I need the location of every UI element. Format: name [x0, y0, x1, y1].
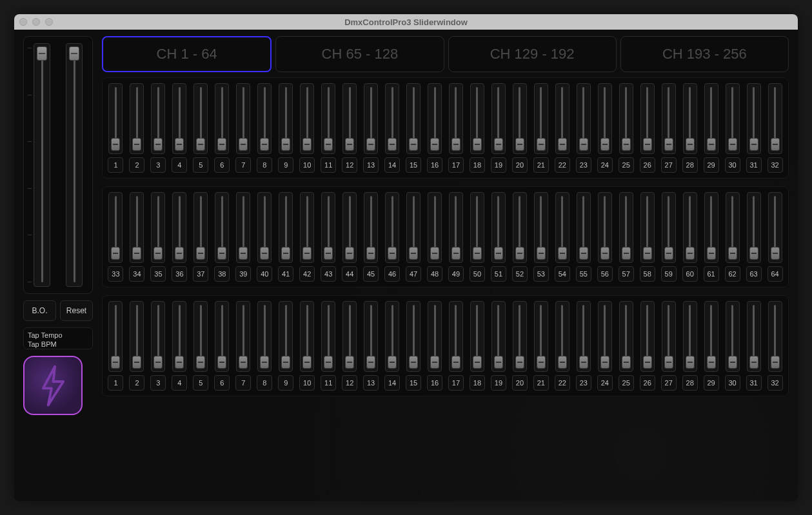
slider-handle[interactable]	[664, 356, 673, 369]
master-slider-b[interactable]	[61, 43, 87, 287]
slider-handle[interactable]	[132, 138, 141, 151]
slider-handle[interactable]	[771, 138, 780, 151]
channel-label[interactable]: 56	[597, 266, 613, 282]
channel-slider[interactable]	[513, 192, 527, 263]
channel-slider[interactable]	[300, 301, 314, 372]
channel-label[interactable]: 62	[725, 266, 740, 282]
channel-label[interactable]: 27	[661, 157, 677, 173]
channel-label[interactable]: 64	[767, 266, 783, 282]
channel-label[interactable]: 20	[512, 157, 528, 173]
channel-label[interactable]: 40	[257, 266, 272, 282]
channel-slider[interactable]	[108, 192, 123, 263]
channel-slider[interactable]	[768, 83, 782, 154]
channel-label[interactable]: 29	[704, 157, 719, 173]
channel-slider[interactable]	[108, 83, 123, 154]
slider-handle[interactable]	[153, 138, 163, 151]
channel-slider[interactable]	[555, 192, 569, 263]
channel-label[interactable]: 1	[108, 157, 123, 173]
slider-handle[interactable]	[175, 247, 184, 260]
channel-label[interactable]: 4	[172, 375, 187, 391]
channel-slider[interactable]	[619, 192, 633, 263]
channel-label[interactable]: 54	[555, 266, 570, 282]
channel-slider[interactable]	[726, 192, 740, 263]
channel-slider[interactable]	[236, 301, 250, 372]
slider-handle[interactable]	[664, 138, 673, 151]
slider-handle[interactable]	[175, 356, 184, 369]
channel-label[interactable]: 21	[533, 157, 549, 173]
channel-slider[interactable]	[300, 192, 314, 263]
channel-slider[interactable]	[364, 192, 378, 263]
channel-label[interactable]: 55	[576, 266, 591, 282]
slider-handle[interactable]	[707, 356, 716, 369]
slider-handle[interactable]	[409, 247, 418, 260]
tab-2[interactable]: CH 65 - 128	[275, 36, 444, 72]
slider-handle[interactable]	[239, 247, 248, 260]
slider-handle[interactable]	[579, 138, 588, 151]
channel-label[interactable]: 25	[619, 375, 634, 391]
channel-label[interactable]: 22	[555, 157, 570, 173]
channel-label[interactable]: 61	[704, 266, 719, 282]
channel-slider[interactable]	[193, 83, 208, 154]
channel-slider[interactable]	[279, 301, 293, 372]
slider-handle[interactable]	[537, 356, 546, 369]
tab-3[interactable]: CH 129 - 192	[448, 36, 617, 72]
channel-slider[interactable]	[619, 301, 633, 372]
channel-label[interactable]: 1	[108, 375, 123, 391]
channel-slider[interactable]	[172, 192, 186, 263]
channel-label[interactable]: 18	[470, 375, 485, 391]
tab-1[interactable]: CH 1 - 64	[102, 36, 272, 72]
channel-slider[interactable]	[470, 192, 484, 263]
slider-handle[interactable]	[728, 138, 737, 151]
channel-label[interactable]: 3	[150, 375, 166, 391]
slider-handle[interactable]	[196, 138, 205, 151]
channel-label[interactable]: 12	[342, 375, 357, 391]
channel-label[interactable]: 30	[725, 375, 740, 391]
channel-slider[interactable]	[172, 83, 186, 154]
slider-handle[interactable]	[260, 356, 269, 369]
slider-handle[interactable]	[388, 356, 397, 369]
slider-handle[interactable]	[430, 138, 439, 151]
close-icon[interactable]	[19, 18, 27, 26]
channel-slider[interactable]	[577, 83, 591, 154]
channel-label[interactable]: 4	[172, 157, 187, 173]
slider-handle[interactable]	[749, 356, 758, 369]
slider-handle[interactable]	[728, 356, 737, 369]
channel-slider[interactable]	[598, 83, 612, 154]
channel-label[interactable]: 16	[427, 157, 442, 173]
channel-slider[interactable]	[108, 301, 123, 372]
reset-button[interactable]: Reset	[60, 300, 93, 321]
channel-slider[interactable]	[662, 301, 676, 372]
channel-label[interactable]: 36	[172, 266, 187, 282]
slider-handle[interactable]	[366, 247, 375, 260]
channel-label[interactable]: 26	[640, 157, 655, 173]
channel-slider[interactable]	[768, 301, 782, 372]
channel-slider[interactable]	[513, 301, 527, 372]
channel-slider[interactable]	[534, 192, 548, 263]
slider-handle[interactable]	[196, 247, 205, 260]
channel-slider[interactable]	[193, 301, 208, 372]
channel-label[interactable]: 49	[448, 266, 464, 282]
slider-handle[interactable]	[686, 247, 695, 260]
slider-handle[interactable]	[217, 356, 226, 369]
channel-label[interactable]: 8	[257, 375, 272, 391]
channel-label[interactable]: 60	[682, 266, 698, 282]
channel-label[interactable]: 25	[619, 157, 634, 173]
channel-label[interactable]: 15	[406, 157, 421, 173]
channel-label[interactable]: 21	[533, 375, 549, 391]
channel-slider[interactable]	[406, 83, 421, 154]
channel-slider[interactable]	[215, 301, 229, 372]
channel-label[interactable]: 17	[448, 375, 464, 391]
slider-handle[interactable]	[494, 247, 503, 260]
channel-slider[interactable]	[385, 192, 399, 263]
channel-label[interactable]: 46	[384, 266, 400, 282]
slider-handle[interactable]	[345, 138, 354, 151]
slider-handle[interactable]	[281, 356, 290, 369]
slider-handle[interactable]	[430, 356, 439, 369]
slider-handle[interactable]	[324, 247, 333, 260]
channel-label[interactable]: 32	[767, 375, 783, 391]
channel-slider[interactable]	[534, 301, 548, 372]
slider-handle[interactable]	[388, 138, 397, 151]
channel-label[interactable]: 5	[193, 375, 208, 391]
channel-label[interactable]: 30	[725, 157, 740, 173]
slider-handle[interactable]	[239, 356, 248, 369]
